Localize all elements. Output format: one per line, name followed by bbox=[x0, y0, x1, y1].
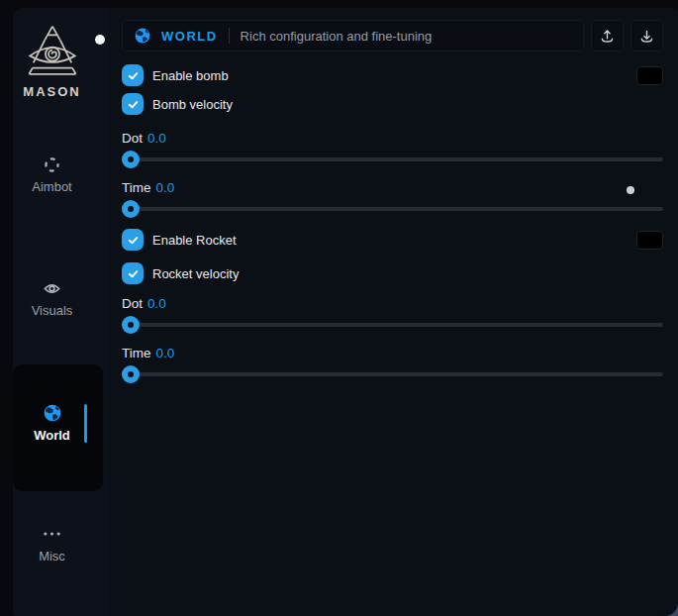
toggle-row: Rocket velocity bbox=[122, 262, 663, 284]
slider-handle[interactable] bbox=[122, 200, 140, 218]
mason-menu-window: MASON Aimbot Visuals World bbox=[13, 8, 678, 616]
slider-label: Dot0.0 bbox=[122, 296, 663, 312]
slider-track[interactable] bbox=[122, 157, 663, 161]
sidebar-item-visuals[interactable]: Visuals bbox=[13, 280, 91, 318]
slider-value: 0.0 bbox=[156, 180, 175, 195]
toggle-label: Enable bomb bbox=[152, 68, 229, 83]
toggle-label: Rocket velocity bbox=[152, 266, 239, 281]
download-icon bbox=[639, 29, 654, 44]
checkmark-icon bbox=[127, 98, 140, 111]
checkmark-icon bbox=[127, 234, 140, 247]
page-subtitle: Rich configuration and fine-tuning bbox=[241, 29, 433, 44]
sidebar: MASON Aimbot Visuals World bbox=[13, 8, 109, 616]
toggle-row: Bomb velocity bbox=[122, 93, 663, 115]
slider-name: Dot bbox=[122, 296, 143, 311]
slider-label: Dot0.0 bbox=[122, 131, 663, 147]
sidebar-item-world-active[interactable]: World bbox=[13, 364, 103, 491]
toggle-label: Bomb velocity bbox=[152, 97, 233, 112]
rocket-dot-slider[interactable] bbox=[122, 316, 663, 334]
bomb-time-slider[interactable] bbox=[122, 200, 663, 218]
slider-handle[interactable] bbox=[122, 151, 140, 168]
slider-name: Dot bbox=[122, 131, 143, 146]
toggle-row: Enable bomb bbox=[122, 64, 663, 86]
slider-name: Time bbox=[122, 180, 151, 195]
slider-value: 0.0 bbox=[156, 346, 175, 360]
crosshair-icon bbox=[44, 156, 60, 173]
page-title: WORLD bbox=[161, 29, 218, 44]
page-header-bar: WORLD Rich configuration and fine-tuning bbox=[122, 20, 584, 51]
bomb-dot-slider[interactable] bbox=[122, 151, 663, 168]
sidebar-item-label: Aimbot bbox=[32, 179, 71, 194]
rocket-velocity-checkbox[interactable] bbox=[122, 262, 144, 284]
toggle-row: Enable Rocket bbox=[122, 229, 663, 251]
sidebar-item-label: Misc bbox=[39, 549, 65, 564]
export-config-button[interactable] bbox=[591, 20, 624, 51]
enable-rocket-checkbox[interactable] bbox=[122, 229, 144, 251]
slider-label: Time0.0 bbox=[122, 346, 663, 361]
enable-bomb-checkbox[interactable] bbox=[122, 64, 144, 86]
slider-track[interactable] bbox=[122, 323, 663, 327]
mason-eye-pyramid-icon bbox=[25, 24, 80, 79]
upload-icon bbox=[600, 29, 615, 44]
globe-icon bbox=[135, 28, 150, 44]
brand-logo: MASON bbox=[13, 24, 91, 99]
rocket-color-swatch[interactable] bbox=[636, 231, 663, 250]
sidebar-item-label: Visuals bbox=[32, 303, 73, 318]
bomb-color-swatch[interactable] bbox=[636, 66, 663, 85]
slider-track[interactable] bbox=[122, 207, 663, 211]
rocket-time-slider[interactable] bbox=[122, 365, 663, 383]
slider-handle[interactable] bbox=[122, 316, 140, 334]
sidebar-item-misc[interactable]: Misc bbox=[13, 531, 91, 564]
slider-value: 0.0 bbox=[147, 296, 166, 311]
brand-name: MASON bbox=[23, 84, 80, 99]
cursor-dot bbox=[95, 35, 105, 45]
slider-label: Time0.0 bbox=[122, 180, 663, 196]
eye-icon bbox=[44, 280, 60, 297]
cursor-dot-secondary bbox=[627, 186, 634, 194]
checkmark-icon bbox=[127, 267, 140, 280]
toggle-label: Enable Rocket bbox=[152, 233, 237, 248]
checkmark-icon bbox=[127, 69, 140, 82]
header-divider bbox=[229, 28, 230, 44]
sidebar-item-label: World bbox=[34, 428, 70, 443]
import-config-button[interactable] bbox=[630, 20, 663, 51]
ellipsis-icon bbox=[43, 531, 61, 537]
slider-track[interactable] bbox=[122, 372, 663, 376]
main-content: WORLD Rich configuration and fine-tuning… bbox=[109, 8, 678, 616]
globe-icon bbox=[44, 404, 61, 422]
bomb-velocity-checkbox[interactable] bbox=[122, 93, 144, 115]
active-tab-indicator bbox=[84, 404, 87, 443]
sidebar-item-aimbot[interactable]: Aimbot bbox=[13, 156, 91, 194]
slider-value: 0.0 bbox=[147, 131, 166, 146]
header: WORLD Rich configuration and fine-tuning bbox=[122, 20, 663, 51]
slider-name: Time bbox=[122, 346, 151, 360]
slider-handle[interactable] bbox=[122, 365, 140, 383]
